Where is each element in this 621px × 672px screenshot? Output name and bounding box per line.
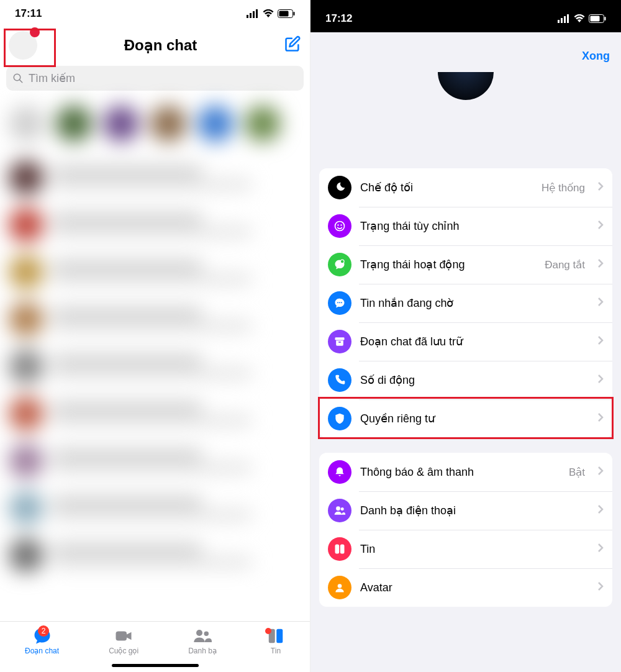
bubble-dot-icon (328, 253, 351, 276)
archive-icon (328, 330, 351, 353)
status-icons (247, 9, 295, 18)
row-value: Bật (569, 466, 585, 479)
tab-label: Đoạn chat (25, 647, 59, 655)
settings-row-archive[interactable]: Đoạn chat đã lưu trữ (319, 322, 612, 361)
story-icon (328, 537, 351, 561)
status-time: 17:12 (325, 12, 352, 25)
search-placeholder: Tìm kiếm (29, 71, 75, 85)
row-label: Quyền riêng tư (360, 412, 589, 425)
chevron-right-icon (597, 581, 604, 594)
row-label: Danh bạ điện thoại (360, 504, 589, 517)
row-label: Số di động (360, 373, 589, 387)
settings-row-bell[interactable]: Thông báo & âm thanh Bật (319, 453, 612, 491)
svg-rect-3 (256, 9, 258, 18)
settings-row-chat[interactable]: Tin nhắn đang chờ (319, 284, 612, 322)
search-icon (12, 73, 24, 84)
profile-avatar-button[interactable] (9, 31, 37, 60)
chevron-right-icon (597, 181, 604, 194)
row-label: Tin nhắn đang chờ (360, 296, 589, 310)
svg-rect-0 (247, 15, 248, 18)
row-label: Avatar (360, 581, 589, 594)
done-button[interactable]: Xong (582, 50, 610, 63)
search-input[interactable]: Tìm kiếm (6, 66, 304, 91)
row-value: Hệ thống (542, 181, 585, 194)
shield-icon (328, 407, 351, 430)
row-label: Đoạn chat đã lưu trữ (360, 335, 589, 348)
row-value: Đang tắt (545, 258, 585, 271)
row-label: Tin (360, 543, 589, 556)
people-icon (193, 627, 212, 645)
tab-label: Danh bạ (188, 647, 217, 655)
bell-icon (328, 460, 351, 484)
chevron-right-icon (597, 297, 604, 309)
chevron-right-icon (597, 412, 604, 425)
settings-row-avatar[interactable]: Avatar (319, 568, 612, 607)
settings-row-shield[interactable]: Quyền riêng tư (319, 399, 612, 438)
settings-row-smile[interactable]: Trạng thái tùy chỉnh (319, 207, 612, 245)
status-bar: 17:11 (0, 0, 310, 27)
svg-rect-9 (116, 632, 127, 641)
tab-stories-dot (265, 628, 271, 634)
wifi-icon (263, 9, 274, 18)
page-title: Đoạn chat (124, 37, 197, 54)
row-label: Trạng thái tùy chỉnh (360, 219, 589, 233)
chats-header: Đoạn chat (0, 27, 310, 66)
svg-rect-14 (558, 20, 560, 23)
tab-stories[interactable]: Tin (266, 627, 285, 672)
blurred-chat-list (5, 99, 305, 609)
chevron-right-icon (597, 258, 604, 271)
status-time: 17:11 (15, 7, 42, 20)
svg-rect-5 (279, 11, 289, 17)
chats-screen: 17:11 Đoạn chat Tìm kiếm (0, 0, 310, 672)
status-icons (558, 14, 606, 23)
avatar-icon (328, 576, 351, 599)
chevron-right-icon (597, 374, 604, 386)
svg-rect-2 (253, 11, 255, 18)
home-indicator[interactable] (112, 664, 199, 667)
chevron-right-icon (597, 504, 604, 517)
settings-screen: 17:12 Xong Chế độ tối Hệ thống Trạng thá… (310, 0, 621, 672)
video-icon (114, 627, 133, 645)
settings-row-moon[interactable]: Chế độ tối Hệ thống (319, 168, 612, 207)
settings-sheet: Xong Chế độ tối Hệ thống Trạng thái tùy … (310, 39, 621, 672)
chevron-right-icon (597, 220, 604, 232)
chevron-right-icon (597, 543, 604, 555)
svg-rect-15 (561, 18, 563, 23)
settings-group-2: Thông báo & âm thanh Bật Danh bạ điện th… (319, 453, 612, 607)
settings-row-phone[interactable]: Số di động (319, 361, 612, 399)
compose-button[interactable] (284, 35, 301, 55)
smile-icon (328, 214, 351, 238)
svg-rect-20 (605, 17, 606, 20)
tab-label: Tin (271, 647, 281, 655)
moon-icon (328, 176, 351, 199)
svg-point-11 (204, 632, 209, 637)
chat-icon (328, 291, 351, 315)
svg-rect-17 (567, 14, 569, 23)
svg-rect-13 (276, 629, 283, 643)
people-icon (328, 499, 351, 522)
signal-icon (558, 14, 570, 23)
tab-chats[interactable]: 2 Đoạn chat (25, 627, 59, 672)
chevron-right-icon (597, 466, 604, 478)
svg-point-10 (196, 630, 202, 636)
svg-rect-16 (564, 16, 566, 23)
row-label: Chế độ tối (360, 181, 533, 194)
battery-icon (589, 14, 606, 23)
row-label: Trạng thái hoạt động (360, 258, 536, 271)
settings-row-bubble-dot[interactable]: Trạng thái hoạt động Đang tắt (319, 245, 612, 284)
row-label: Thông báo & âm thanh (360, 466, 560, 479)
settings-group-1: Chế độ tối Hệ thống Trạng thái tùy chỉnh… (319, 168, 612, 438)
sheet-header: Xong (310, 39, 621, 63)
svg-rect-19 (591, 16, 600, 22)
tab-label: Cuộc gọi (109, 647, 138, 655)
settings-row-story[interactable]: Tin (319, 530, 612, 568)
wifi-icon (574, 14, 585, 23)
chevron-right-icon (597, 335, 604, 348)
signal-icon (247, 9, 259, 18)
compose-icon (284, 35, 301, 53)
settings-row-people[interactable]: Danh bạ điện thoại (319, 491, 612, 530)
profile-area (310, 63, 621, 168)
svg-rect-1 (250, 13, 252, 18)
svg-line-8 (19, 79, 22, 83)
svg-rect-6 (294, 12, 295, 16)
